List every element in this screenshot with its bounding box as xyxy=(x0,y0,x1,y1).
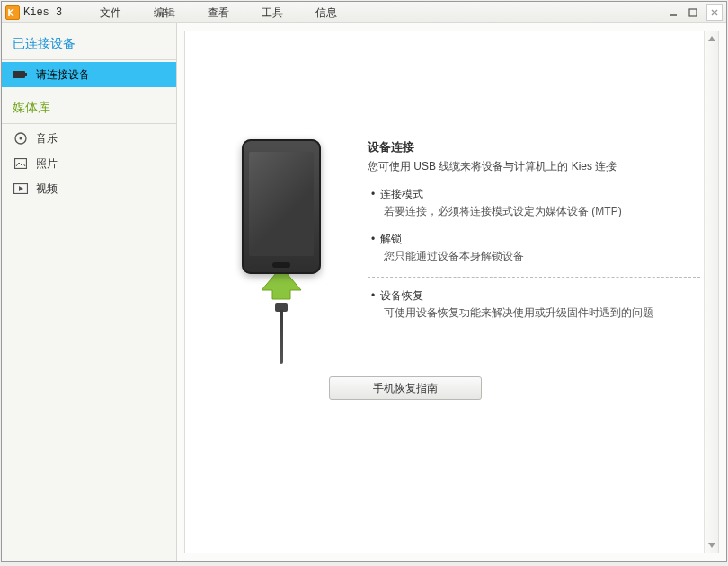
sidebar-item-music[interactable]: 音乐 xyxy=(2,126,176,151)
main-heading: 设备连接 xyxy=(368,139,700,155)
main-content: 设备连接 您可使用 USB 线缆来将设备与计算机上的 Kies 连接 连接模式 … xyxy=(184,31,719,553)
bullet-desc: 您只能通过设备本身解锁设备 xyxy=(371,249,700,264)
app-window: Kies 3 文件 编辑 查看 工具 信息 已连接设备 请连接设备 xyxy=(1,1,727,562)
svg-rect-2 xyxy=(13,71,25,78)
instruction-text: 设备连接 您可使用 USB 线缆来将设备与计算机上的 Kies 连接 连接模式 … xyxy=(368,139,700,333)
video-icon xyxy=(13,182,29,195)
bullet-title: 连接模式 xyxy=(371,187,700,202)
bullet-recovery: 设备恢复 可使用设备恢复功能来解决使用或升级固件时遇到的问题 xyxy=(368,288,700,321)
app-icon xyxy=(5,5,20,20)
maximize-button[interactable] xyxy=(683,4,703,21)
device-icon xyxy=(13,68,29,81)
svg-rect-6 xyxy=(15,159,27,169)
titlebar: Kies 3 文件 编辑 查看 工具 信息 xyxy=(2,2,726,23)
device-illustration xyxy=(221,139,341,364)
svg-rect-3 xyxy=(25,73,27,76)
main-subtitle: 您可使用 USB 线缆来将设备与计算机上的 Kies 连接 xyxy=(368,159,700,174)
close-button[interactable] xyxy=(706,4,723,21)
sidebar-header-connected: 已连接设备 xyxy=(2,31,176,57)
sidebar-header-library: 媒体库 xyxy=(2,94,176,121)
divider xyxy=(368,277,700,278)
app-title: Kies 3 xyxy=(23,6,62,19)
sidebar-item-connect-device[interactable]: 请连接设备 xyxy=(2,62,176,87)
sidebar-item-label: 视频 xyxy=(36,181,58,197)
menu-tools[interactable]: 工具 xyxy=(245,2,299,23)
bullet-connect-mode: 连接模式 若要连接，必须将连接模式设定为媒体设备 (MTP) xyxy=(368,187,700,219)
usb-cable-icon xyxy=(280,310,283,364)
svg-rect-1 xyxy=(689,9,697,16)
menu-view[interactable]: 查看 xyxy=(191,2,245,23)
recovery-guide-button[interactable]: 手机恢复指南 xyxy=(329,376,482,400)
sidebar-item-photos[interactable]: 照片 xyxy=(2,151,176,176)
svg-point-5 xyxy=(20,137,22,140)
sidebar-item-label: 照片 xyxy=(36,156,58,172)
minimize-button[interactable] xyxy=(663,4,683,21)
bullet-unlock: 解锁 您只能通过设备本身解锁设备 xyxy=(368,232,700,264)
sidebar-item-label: 音乐 xyxy=(36,131,58,146)
vertical-scrollbar[interactable] xyxy=(704,31,718,553)
phone-icon xyxy=(242,139,321,274)
bullet-title: 设备恢复 xyxy=(371,288,700,304)
sidebar-item-label: 请连接设备 xyxy=(36,67,90,83)
scroll-up-icon[interactable] xyxy=(705,31,718,46)
sidebar-item-videos[interactable]: 视频 xyxy=(2,176,176,201)
scroll-down-icon[interactable] xyxy=(705,538,718,553)
bullet-desc: 若要连接，必须将连接模式设定为媒体设备 (MTP) xyxy=(371,204,700,219)
music-icon xyxy=(13,132,29,145)
menu-info[interactable]: 信息 xyxy=(299,2,353,23)
sidebar: 已连接设备 请连接设备 媒体库 音乐 照片 xyxy=(2,23,177,561)
menu-edit[interactable]: 编辑 xyxy=(138,2,191,23)
menu-file[interactable]: 文件 xyxy=(84,2,138,23)
bullet-title: 解锁 xyxy=(371,232,700,247)
photo-icon xyxy=(13,157,29,170)
bullet-desc: 可使用设备恢复功能来解决使用或升级固件时遇到的问题 xyxy=(371,305,700,321)
